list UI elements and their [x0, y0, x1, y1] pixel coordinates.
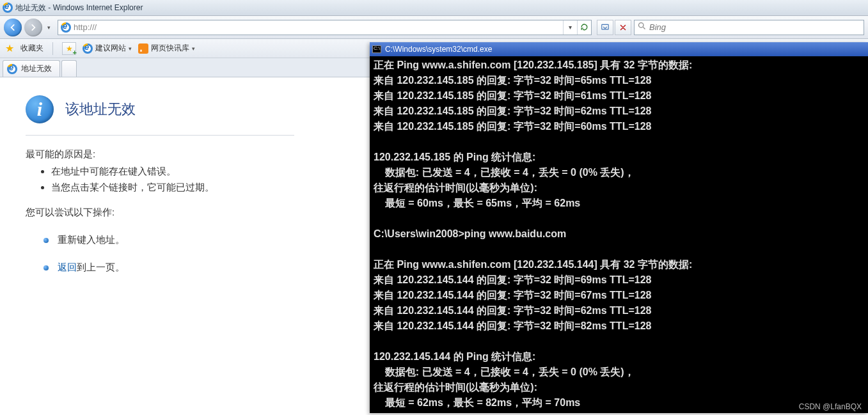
watermark: CSDN @LfanBQX — [799, 402, 862, 411]
title-app: Windows Internet Explorer — [53, 3, 143, 12]
separator — [52, 42, 53, 55]
rss-icon — [138, 43, 148, 54]
divider — [26, 135, 294, 136]
info-icon: i — [26, 95, 54, 123]
forward-button[interactable] — [24, 19, 42, 36]
ie-icon — [83, 43, 93, 54]
cmd-output: 正在 Ping www.a.shifen.com [120.232.145.18… — [370, 56, 868, 413]
tab-favicon-icon — [7, 64, 17, 74]
address-bar: ▾ — [58, 20, 592, 35]
ie-logo-icon — [3, 3, 13, 13]
tab-current[interactable]: 地址无效 — [3, 60, 60, 77]
cmd-titlebar[interactable]: C:\ C:\Windows\system32\cmd.exe — [370, 42, 868, 56]
page-icon — [61, 22, 71, 33]
address-input[interactable] — [74, 20, 563, 35]
tab-label: 地址无效 — [21, 63, 52, 74]
chevron-down-icon: ▾ — [129, 45, 132, 52]
cmd-window: C:\ C:\Windows\system32\cmd.exe 正在 Ping … — [370, 42, 868, 413]
navigation-toolbar: ▾ ▾ — [0, 16, 868, 39]
cmd-icon: C:\ — [372, 45, 381, 53]
title-page: 地址无效 — [15, 3, 46, 12]
suggested-sites-link[interactable]: 建议网站 ▾ — [83, 43, 132, 54]
chevron-down-icon: ▾ — [192, 45, 195, 52]
favorites-label[interactable]: 收藏夹 — [20, 43, 43, 54]
stop-button[interactable] — [615, 20, 631, 35]
bullet-icon — [43, 238, 49, 243]
add-favorite-button[interactable]: ★ — [62, 42, 76, 55]
favorites-star-icon[interactable]: ★ — [5, 42, 14, 54]
back-button[interactable] — [4, 19, 22, 36]
compatibility-button[interactable] — [597, 20, 613, 35]
web-slice-link[interactable]: 网页快讯库 ▾ — [138, 43, 195, 54]
address-dropdown-button[interactable]: ▾ — [563, 20, 577, 35]
search-input[interactable] — [649, 20, 864, 35]
history-dropdown-icon[interactable]: ▾ — [45, 24, 52, 31]
action-text: 到上一页。 — [77, 262, 125, 272]
go-back-link[interactable]: 返回 — [58, 262, 77, 272]
svg-point-1 — [639, 23, 644, 28]
bullet-icon — [43, 265, 49, 270]
refresh-button[interactable] — [577, 20, 591, 35]
error-heading: 该地址无效 — [65, 100, 136, 119]
new-tab-button[interactable] — [61, 60, 77, 77]
search-bar — [634, 20, 864, 35]
search-icon — [637, 21, 647, 33]
window-titlebar: 地址无效 - Windows Internet Explorer — [0, 0, 868, 16]
action-text: 重新键入地址。 — [58, 234, 125, 246]
cmd-title-text: C:\Windows\system32\cmd.exe — [385, 42, 492, 57]
